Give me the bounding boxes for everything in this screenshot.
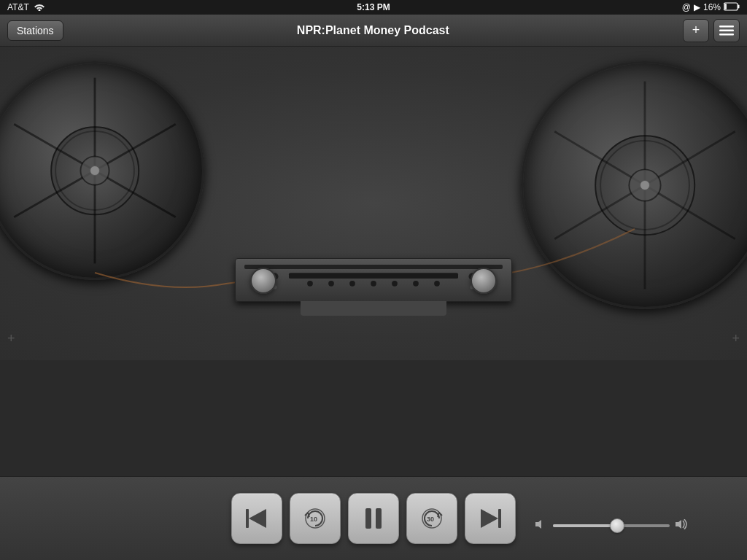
rewind-10-button[interactable]: 10 <box>290 493 341 544</box>
tape-head-assembly <box>235 258 512 302</box>
svg-point-29 <box>328 281 334 287</box>
status-left: AT&T <box>7 2 45 13</box>
reel-right <box>521 61 747 309</box>
volume-control <box>535 519 689 532</box>
status-bar: AT&T 5:13 PM @ ▶ 16% <box>0 0 747 15</box>
volume-high-icon <box>676 519 689 532</box>
wifi-icon <box>34 2 45 13</box>
list-button[interactable] <box>713 19 740 42</box>
svg-point-22 <box>629 169 660 201</box>
svg-text:10: 10 <box>310 516 317 523</box>
tape-arm <box>301 301 446 316</box>
status-right: @ ▶ 16% <box>682 2 740 13</box>
tape-roller-right <box>471 268 497 294</box>
volume-thumb[interactable] <box>610 518 624 533</box>
cross-mark-left: + <box>7 331 15 346</box>
tape-roller-left <box>250 268 276 294</box>
svg-point-30 <box>349 281 355 287</box>
carrier-label: AT&T <box>7 2 29 12</box>
status-time: 5:13 PM <box>357 2 390 12</box>
svg-rect-2 <box>738 4 740 8</box>
nav-title: NPR:Planet Money Podcast <box>297 24 449 37</box>
svg-marker-61 <box>481 509 498 528</box>
volume-low-icon <box>535 519 547 532</box>
add-button[interactable]: + <box>683 19 709 42</box>
volume-track[interactable] <box>553 524 670 527</box>
svg-rect-57 <box>376 508 382 529</box>
battery-icon <box>724 2 740 13</box>
nav-right-buttons: + <box>683 19 740 42</box>
svg-marker-53 <box>249 509 266 528</box>
svg-rect-52 <box>246 509 249 528</box>
reel-left <box>0 61 204 280</box>
svg-point-32 <box>392 281 398 287</box>
svg-rect-6 <box>719 34 734 36</box>
tape-deck: + + 🐢 🐇 <box>0 47 747 360</box>
svg-rect-3 <box>724 4 727 9</box>
play-indicator: ▶ <box>694 2 700 12</box>
svg-rect-56 <box>365 508 371 529</box>
svg-marker-62 <box>535 520 541 529</box>
svg-point-14 <box>80 156 109 184</box>
skip-back-button[interactable] <box>231 493 282 544</box>
bottom-transport-bar: 10 30 <box>0 476 747 560</box>
tape-head <box>235 258 512 302</box>
volume-fill <box>553 524 617 527</box>
forward-30-button[interactable]: 30 <box>406 493 457 544</box>
battery-label: 16% <box>703 2 721 12</box>
skip-forward-button[interactable] <box>465 493 516 544</box>
svg-rect-4 <box>719 26 734 28</box>
svg-rect-27 <box>289 273 458 279</box>
nav-bar: Stations NPR:Planet Money Podcast + <box>0 15 747 47</box>
svg-point-31 <box>371 281 376 287</box>
svg-text:30: 30 <box>427 516 434 523</box>
pause-button[interactable] <box>348 493 399 544</box>
svg-rect-5 <box>719 29 734 31</box>
stations-button[interactable]: Stations <box>7 20 63 41</box>
svg-point-33 <box>413 281 419 287</box>
svg-rect-60 <box>498 509 501 528</box>
svg-marker-63 <box>676 520 681 529</box>
cross-mark-right: + <box>732 331 740 346</box>
svg-point-34 <box>434 281 440 287</box>
at-icon: @ <box>682 2 691 12</box>
svg-point-28 <box>307 281 313 287</box>
svg-point-0 <box>38 9 40 11</box>
